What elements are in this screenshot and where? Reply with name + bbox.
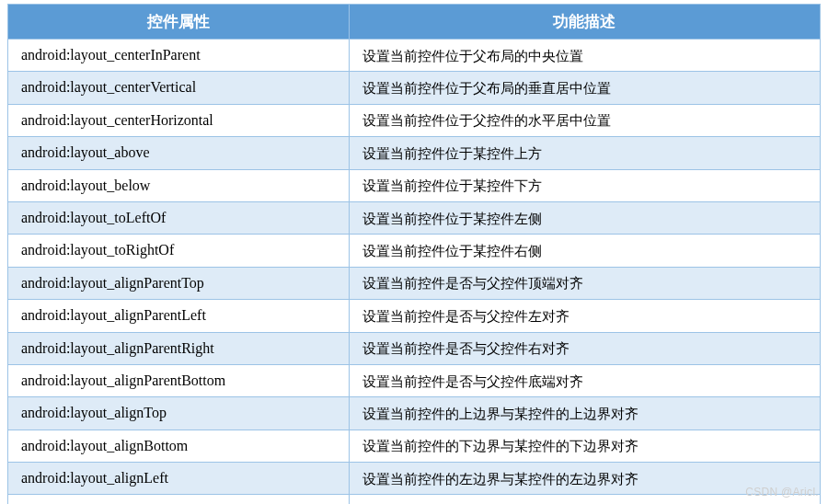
header-desc: 功能描述 xyxy=(349,5,820,40)
table-row: android:layout_alignParentLeft设置当前控件是否与父… xyxy=(8,300,821,332)
table-row: android:layout_centerInParent设置当前控件位于父布局… xyxy=(8,40,821,72)
cell-desc: 设置当前控件位于父布局的中央位置 xyxy=(349,40,820,72)
table-row: android:layout_alignLeft设置当前控件的左边界与某控件的左… xyxy=(8,463,821,495)
watermark: CSDN @Aricl. xyxy=(745,486,819,498)
cell-attr: android:layout_alignLeft xyxy=(8,463,350,495)
cell-desc: 设置当前控件位于某控件下方 xyxy=(349,169,820,201)
cell-attr: android:layout_toLeftOf xyxy=(8,201,350,234)
header-attr: 控件属性 xyxy=(8,5,350,40)
table-row: android:layout_toLeftOf设置当前控件位于某控件左侧 xyxy=(8,201,821,234)
cell-desc: 设置当前控件的下边界与某控件的下边界对齐 xyxy=(349,430,820,462)
cell-attr: android:layout_above xyxy=(8,137,350,169)
table-row: android:layout_toRightOf设置当前控件位于某控件右侧 xyxy=(8,235,821,267)
cell-desc: 设置当前控件是否与父控件左对齐 xyxy=(349,300,820,332)
table-body: android:layout_centerInParent设置当前控件位于父布局… xyxy=(8,40,821,505)
table-row: android:layout_below设置当前控件位于某控件下方 xyxy=(8,169,821,201)
cell-attr: android:layout_below xyxy=(8,169,350,201)
table-row: android:layout_alignParentBottom设置当前控件是否… xyxy=(8,364,821,396)
attribute-table: 控件属性 功能描述 android:layout_centerInParent设… xyxy=(7,4,821,504)
table-row: android:layout_above设置当前控件位于某控件上方 xyxy=(8,137,821,169)
cell-desc: 设置当前控件位于父控件的水平居中位置 xyxy=(349,104,820,136)
table-row: android:layout_alignParentTop设置当前控件是否与父控… xyxy=(8,267,821,299)
cell-attr: android:layout_alignParentLeft xyxy=(8,300,350,332)
table-row: android:layout_centerVertical设置当前控件位于父布局… xyxy=(8,72,821,104)
table-header-row: 控件属性 功能描述 xyxy=(8,5,821,40)
cell-attr: android:layout_alignParentRight xyxy=(8,332,350,364)
cell-attr: android:layout_toRightOf xyxy=(8,235,350,267)
table-row: android:layout_alignBottom设置当前控件的下边界与某控件… xyxy=(8,430,821,462)
cell-attr: android:layout_centerInParent xyxy=(8,40,350,72)
cell-desc: 设置当前控件位于某控件右侧 xyxy=(349,235,820,267)
cell-attr: android:layout_alignBottom xyxy=(8,430,350,462)
cell-attr: android:layout_alignTop xyxy=(8,397,350,430)
cell-desc: 设置当前控件位于某控件左侧 xyxy=(349,201,820,234)
cell-attr: android:layout_centerHorizontal xyxy=(8,104,350,136)
cell-attr: android:layout_alignRight xyxy=(8,495,350,504)
cell-desc: 设置当前控件的上边界与某控件的上边界对齐 xyxy=(349,397,820,430)
table-row: android:layout_centerHorizontal设置当前控件位于父… xyxy=(8,104,821,136)
cell-desc: 设置当前控件是否与父控件右对齐 xyxy=(349,332,820,364)
cell-attr: android:layout_centerVertical xyxy=(8,72,350,104)
table-row: android:layout_alignTop设置当前控件的上边界与某控件的上边… xyxy=(8,397,821,430)
cell-desc: 设置当前控件位于某控件上方 xyxy=(349,137,820,169)
cell-attr: android:layout_alignParentBottom xyxy=(8,364,350,396)
table-row: android:layout_alignParentRight设置当前控件是否与… xyxy=(8,332,821,364)
table-row: android:layout_alignRight设置当前控件的右边界与某控件的… xyxy=(8,495,821,504)
cell-desc: 设置当前控件位于父布局的垂直居中位置 xyxy=(349,72,820,104)
cell-attr: android:layout_alignParentTop xyxy=(8,267,350,299)
cell-desc: 设置当前控件是否与父控件顶端对齐 xyxy=(349,267,820,299)
cell-desc: 设置当前控件是否与父控件底端对齐 xyxy=(349,364,820,396)
